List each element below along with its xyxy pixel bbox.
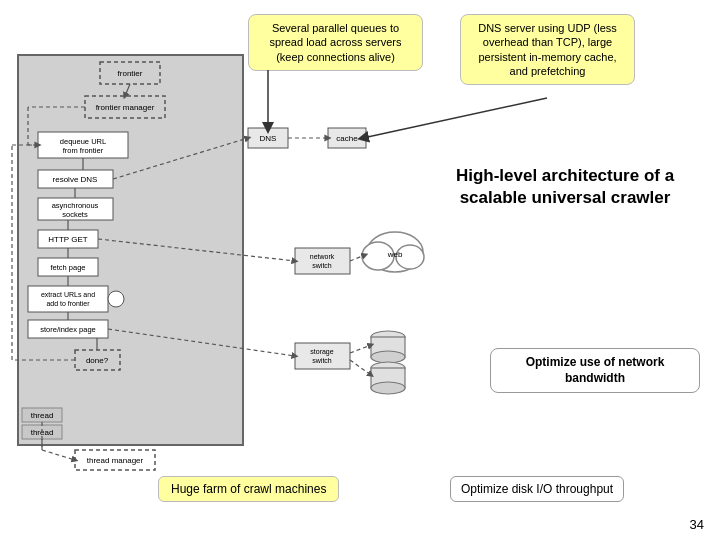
svg-line-65	[113, 138, 248, 179]
page-number: 34	[690, 517, 704, 532]
svg-point-39	[362, 242, 394, 270]
svg-rect-49	[371, 368, 405, 388]
svg-rect-42	[295, 343, 350, 369]
svg-text:done?: done?	[86, 356, 109, 365]
svg-rect-10	[38, 198, 113, 220]
svg-rect-13	[38, 230, 98, 248]
svg-text:DNS: DNS	[260, 134, 277, 143]
svg-text:web: web	[387, 250, 403, 259]
svg-line-69	[108, 329, 295, 356]
svg-rect-35	[295, 248, 350, 274]
svg-rect-17	[28, 286, 108, 312]
svg-text:HTTP GET: HTTP GET	[48, 235, 88, 244]
svg-text:store/index page: store/index page	[40, 325, 95, 334]
svg-text:asynchronous: asynchronous	[52, 201, 99, 210]
dns-server-text: DNS server using UDP (less overhead than…	[478, 22, 617, 77]
svg-point-38	[367, 232, 423, 272]
optimize-disk-label: Optimize disk I/O throughput	[450, 476, 624, 502]
svg-rect-25	[22, 408, 62, 422]
svg-rect-3	[85, 96, 165, 118]
svg-text:network: network	[310, 253, 335, 260]
optimize-network-annotation: Optimize use of network bandwidth	[490, 348, 700, 393]
svg-rect-27	[22, 425, 62, 439]
svg-rect-5	[38, 132, 128, 158]
svg-text:storage: storage	[310, 348, 333, 356]
parallel-queues-text: Several parallel queues to spread load a…	[269, 22, 401, 63]
svg-text:thread manager: thread manager	[87, 456, 144, 465]
svg-text:fetch page: fetch page	[50, 263, 85, 272]
svg-line-68	[350, 255, 365, 261]
svg-rect-33	[328, 128, 366, 148]
svg-rect-0	[18, 55, 243, 445]
svg-text:sockets: sockets	[62, 210, 88, 219]
svg-point-48	[371, 362, 405, 374]
optimize-network-text: Optimize use of network bandwidth	[526, 355, 665, 385]
parallel-queues-annotation: Several parallel queues to spread load a…	[248, 14, 423, 71]
svg-text:switch: switch	[312, 262, 332, 269]
huge-farm-label: Huge farm of crawl machines	[158, 476, 339, 502]
svg-point-50	[371, 382, 405, 394]
svg-point-20	[108, 291, 124, 307]
svg-point-45	[371, 331, 405, 343]
svg-text:frontier manager: frontier manager	[96, 103, 155, 112]
svg-line-51	[125, 84, 130, 96]
svg-text:dequeue URL: dequeue URL	[60, 137, 106, 146]
svg-point-40	[396, 245, 424, 269]
svg-point-47	[371, 351, 405, 363]
svg-line-70	[350, 345, 371, 353]
svg-rect-31	[248, 128, 288, 148]
svg-text:add to frontier: add to frontier	[46, 300, 90, 307]
main-title: High-level architecture of a scalable un…	[430, 165, 700, 209]
svg-rect-1	[100, 62, 160, 84]
svg-rect-15	[38, 258, 98, 276]
svg-line-67	[98, 239, 295, 261]
svg-text:thread: thread	[31, 411, 54, 420]
svg-text:resolve DNS: resolve DNS	[53, 175, 98, 184]
svg-rect-8	[38, 170, 113, 188]
svg-rect-21	[28, 320, 108, 338]
svg-text:switch: switch	[312, 357, 332, 364]
svg-text:thread: thread	[31, 428, 54, 437]
svg-line-76	[363, 98, 547, 138]
svg-text:from frontier: from frontier	[63, 146, 104, 155]
svg-rect-23	[75, 350, 120, 370]
svg-rect-29	[75, 450, 155, 470]
svg-rect-46	[371, 337, 405, 357]
svg-line-71	[350, 360, 371, 375]
svg-text:extract URLs and: extract URLs and	[41, 291, 95, 298]
svg-text:cache: cache	[336, 134, 358, 143]
svg-line-74	[42, 450, 75, 460]
dns-server-annotation: DNS server using UDP (less overhead than…	[460, 14, 635, 85]
svg-text:frontier: frontier	[118, 69, 143, 78]
